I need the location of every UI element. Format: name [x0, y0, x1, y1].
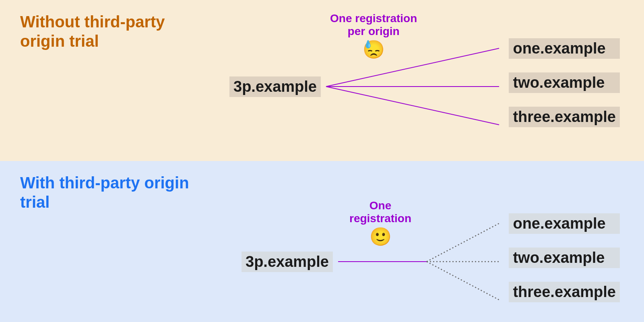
- svg-line-2: [326, 87, 499, 125]
- target-list-top: one.example two.example three.example: [509, 38, 620, 127]
- annotation-text: Oneregistration: [349, 199, 411, 225]
- panel-title: With third-party origin trial: [20, 173, 189, 212]
- annotation-text: One registrationper origin: [330, 12, 417, 37]
- panel-title: Without third-party origin trial: [20, 12, 189, 51]
- target-origin: three.example: [509, 107, 620, 127]
- source-origin: 3p.example: [242, 252, 333, 272]
- happy-emoji-icon: 🙂: [349, 227, 411, 247]
- target-origin: two.example: [509, 248, 620, 268]
- target-origin: three.example: [509, 282, 620, 302]
- sad-emoji-icon: 😓: [330, 39, 417, 60]
- panel-without-third-party: Without third-party origin trial 3p.exam…: [0, 0, 644, 161]
- svg-line-4: [427, 223, 499, 262]
- annotation-bottom: Oneregistration 🙂: [349, 199, 411, 247]
- target-list-bottom: one.example two.example three.example: [509, 213, 620, 302]
- svg-line-6: [427, 262, 499, 300]
- target-origin: one.example: [509, 213, 620, 234]
- source-origin: 3p.example: [229, 76, 321, 97]
- target-origin: two.example: [509, 72, 620, 93]
- target-origin: one.example: [509, 38, 620, 59]
- annotation-top: One registrationper origin 😓: [330, 12, 417, 60]
- panel-with-third-party: With third-party origin trial 3p.example…: [0, 161, 644, 322]
